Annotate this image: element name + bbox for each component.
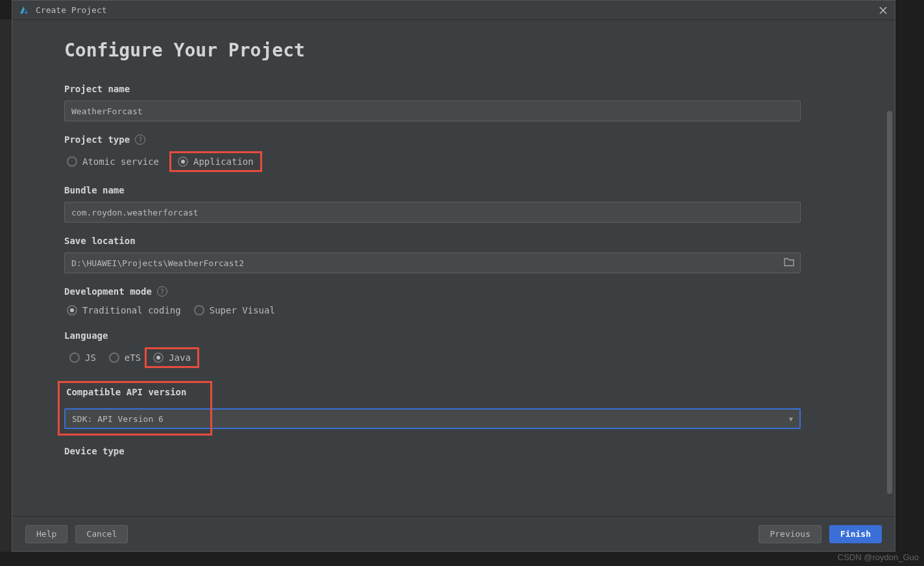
dialog-title: Create Project — [36, 5, 107, 15]
save-location-group: Save location — [64, 236, 843, 273]
create-project-dialog: Create Project Configure Your Project Pr… — [12, 0, 895, 552]
project-name-group: Project name — [64, 84, 843, 121]
radio-circle-icon — [69, 352, 80, 363]
project-type-group: Project type ? Atomic service Applicatio… — [64, 134, 843, 172]
folder-icon[interactable] — [784, 257, 794, 269]
radio-js[interactable]: JS — [67, 351, 99, 365]
page-title: Configure Your Project — [64, 40, 843, 61]
radio-label: JS — [85, 352, 96, 363]
api-version-label: Compatible API version — [66, 387, 208, 397]
dev-mode-radios: Traditional coding Super Visual — [64, 303, 843, 317]
bundle-name-group: Bundle name — [64, 185, 843, 223]
highlight-api-version: Compatible API version — [58, 381, 212, 436]
device-type-label: Device type — [64, 446, 843, 456]
editor-gutter — [0, 19, 12, 552]
radio-label: Traditional coding — [82, 305, 181, 315]
titlebar: Create Project — [12, 1, 895, 20]
radio-circle-icon — [67, 156, 77, 167]
project-name-label: Project name — [64, 84, 843, 94]
dialog-content: Configure Your Project Project name Proj… — [12, 20, 895, 516]
project-type-label: Project type ? — [64, 134, 843, 145]
radio-super-visual[interactable]: Super Visual — [191, 303, 278, 317]
help-icon[interactable]: ? — [135, 134, 145, 145]
highlight-application: Application — [169, 151, 262, 172]
watermark: CSDN @roydon_Guo — [838, 552, 919, 562]
radio-circle-icon — [178, 156, 188, 167]
save-location-input[interactable] — [64, 252, 801, 273]
project-name-input[interactable] — [64, 101, 801, 121]
dev-mode-label-text: Development mode — [64, 286, 152, 297]
highlight-java: Java — [145, 347, 199, 368]
language-label: Language — [64, 330, 843, 341]
language-radios: JS eTS Java — [64, 347, 843, 368]
app-logo-icon — [19, 5, 29, 16]
chevron-down-icon: ▼ — [789, 415, 793, 423]
radio-circle-icon — [153, 352, 164, 363]
radio-java[interactable]: Java — [151, 351, 193, 365]
project-type-radios: Atomic service Application — [64, 151, 843, 172]
radio-atomic-service[interactable]: Atomic service — [64, 154, 162, 169]
language-group: Language JS eTS Java — [64, 330, 843, 368]
radio-label: Super Visual — [210, 305, 275, 315]
dev-mode-label: Development mode ? — [64, 286, 843, 297]
help-button[interactable]: Help — [25, 525, 67, 543]
close-icon[interactable] — [878, 5, 888, 16]
radio-circle-icon — [109, 352, 119, 363]
dialog-footer: Help Cancel Previous Finish — [12, 516, 895, 551]
api-version-value: SDK: API Version 6 — [72, 414, 164, 424]
previous-button[interactable]: Previous — [759, 525, 821, 543]
device-type-group: Device type — [64, 446, 843, 456]
radio-label: Application — [193, 156, 254, 167]
radio-circle-icon — [67, 305, 77, 315]
project-type-label-text: Project type — [64, 134, 130, 145]
radio-traditional-coding[interactable]: Traditional coding — [64, 303, 184, 317]
bundle-name-label: Bundle name — [64, 185, 843, 195]
save-location-label: Save location — [64, 236, 843, 246]
api-version-group: Compatible API version SDK: API Version … — [58, 381, 843, 429]
radio-label: eTS — [125, 352, 141, 363]
dev-mode-group: Development mode ? Traditional coding Su… — [64, 286, 843, 317]
bundle-name-input[interactable] — [64, 202, 801, 223]
radio-label: Java — [169, 352, 191, 363]
radio-application[interactable]: Application — [175, 154, 256, 169]
cancel-button[interactable]: Cancel — [75, 525, 128, 543]
finish-button[interactable]: Finish — [829, 525, 882, 543]
radio-circle-icon — [194, 305, 204, 315]
scrollbar[interactable] — [887, 111, 892, 494]
radio-ets[interactable]: eTS — [106, 351, 143, 365]
radio-label: Atomic service — [82, 156, 159, 167]
help-icon[interactable]: ? — [157, 286, 167, 297]
